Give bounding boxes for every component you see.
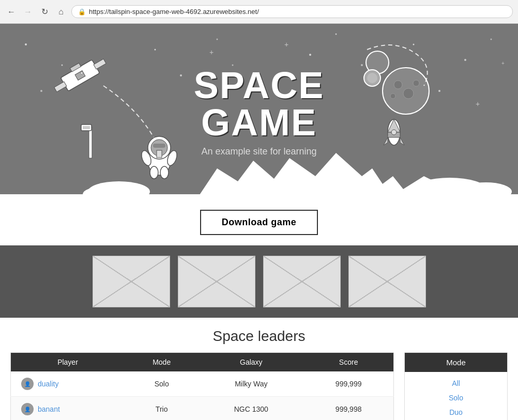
svg-point-2 bbox=[62, 65, 63, 66]
svg-rect-51 bbox=[89, 127, 92, 158]
leaders-layout: Player Mode Galaxy Score 👤 duality bbox=[10, 352, 508, 420]
filter-panel: Mode All Solo Duo Trio Galaxy bbox=[404, 352, 508, 420]
table-row: 👤 banant Trio NGC 1300 999,998 bbox=[11, 397, 394, 421]
leaders-title: Space leaders bbox=[10, 328, 508, 345]
mode-filter-options: All Solo Duo Trio bbox=[405, 372, 507, 420]
leaders-table: Player Mode Galaxy Score 👤 duality bbox=[10, 352, 394, 420]
svg-point-4 bbox=[155, 49, 156, 51]
svg-line-23 bbox=[72, 71, 72, 72]
url-text: https://tailspin-space-game-web-4692.azu… bbox=[89, 8, 259, 15]
hero-subtitle: An example site for learning bbox=[194, 146, 325, 157]
player-cell: 👤 duality bbox=[11, 371, 125, 397]
svg-point-12 bbox=[491, 39, 492, 40]
download-section: Download game bbox=[0, 199, 518, 245]
mode-filter-header: Mode bbox=[405, 353, 507, 372]
galaxy-cell: Milky Way bbox=[199, 371, 303, 397]
col-player: Player bbox=[11, 353, 125, 372]
svg-point-9 bbox=[361, 64, 363, 66]
hero-section: + + + + bbox=[0, 24, 518, 199]
player-link[interactable]: duality bbox=[38, 380, 58, 388]
hero-content: SPACE GAME An example site for learning bbox=[194, 67, 325, 157]
browser-toolbar: ← → ↻ ⌂ 🔒 https://tailspin-space-game-we… bbox=[0, 0, 518, 24]
svg-text:+: + bbox=[284, 40, 288, 49]
galaxy-cell: NGC 1300 bbox=[199, 397, 303, 421]
screenshot-1 bbox=[93, 256, 170, 307]
svg-point-10 bbox=[413, 44, 415, 45]
svg-point-48 bbox=[150, 166, 158, 179]
svg-text:+: + bbox=[501, 60, 505, 66]
svg-text:+: + bbox=[209, 48, 214, 56]
forward-button[interactable]: → bbox=[22, 6, 34, 18]
svg-text:+: + bbox=[476, 100, 480, 108]
col-score: Score bbox=[303, 353, 393, 372]
svg-point-29 bbox=[394, 81, 402, 89]
svg-point-11 bbox=[464, 59, 466, 61]
svg-line-24 bbox=[81, 66, 81, 67]
svg-point-32 bbox=[390, 94, 395, 99]
screenshot-3 bbox=[263, 256, 341, 307]
table-row: 👤 duality Solo Milky Way 999,999 bbox=[11, 371, 394, 397]
lock-icon: 🔒 bbox=[78, 8, 86, 15]
svg-point-8 bbox=[336, 34, 337, 35]
svg-point-3 bbox=[40, 90, 42, 92]
svg-rect-53 bbox=[83, 126, 90, 129]
filter-option-duo[interactable]: Duo bbox=[405, 405, 507, 419]
svg-point-41 bbox=[391, 130, 397, 135]
download-button[interactable]: Download game bbox=[200, 210, 318, 235]
screenshot-2 bbox=[178, 256, 255, 307]
col-galaxy: Galaxy bbox=[199, 353, 303, 372]
svg-point-13 bbox=[438, 90, 440, 92]
col-mode: Mode bbox=[125, 353, 199, 372]
svg-rect-45 bbox=[153, 144, 165, 148]
screenshot-4 bbox=[348, 256, 426, 307]
hero-title: SPACE GAME bbox=[194, 67, 325, 141]
svg-point-35 bbox=[367, 73, 377, 83]
home-button[interactable]: ⌂ bbox=[55, 6, 67, 18]
score-cell: 999,999 bbox=[303, 371, 393, 397]
svg-point-31 bbox=[413, 80, 419, 86]
player-link[interactable]: banant bbox=[38, 405, 60, 413]
svg-rect-50 bbox=[157, 150, 162, 158]
svg-point-49 bbox=[160, 166, 169, 179]
leaders-section: Space leaders Player Mode Galaxy Score bbox=[0, 318, 518, 420]
mode-cell: Trio bbox=[125, 397, 199, 421]
player-cell: 👤 banant bbox=[11, 397, 125, 421]
back-button[interactable]: ← bbox=[5, 6, 18, 18]
refresh-button[interactable]: ↻ bbox=[38, 6, 51, 18]
filter-option-solo[interactable]: Solo bbox=[405, 391, 507, 405]
filter-option-all[interactable]: All bbox=[405, 376, 507, 391]
svg-point-5 bbox=[180, 74, 182, 76]
avatar: 👤 bbox=[21, 403, 34, 415]
score-cell: 999,998 bbox=[303, 397, 393, 421]
page-content: + + + + bbox=[0, 24, 518, 420]
svg-rect-59 bbox=[0, 194, 518, 199]
svg-point-1 bbox=[25, 43, 27, 45]
svg-point-7 bbox=[309, 54, 311, 56]
screenshots-section bbox=[0, 245, 518, 318]
address-bar[interactable]: 🔒 https://tailspin-space-game-web-4692.a… bbox=[71, 5, 513, 18]
mode-cell: Solo bbox=[125, 371, 199, 397]
svg-point-6 bbox=[217, 39, 218, 40]
svg-point-30 bbox=[403, 88, 414, 99]
table-header-row: Player Mode Galaxy Score bbox=[11, 353, 394, 372]
avatar: 👤 bbox=[21, 378, 34, 390]
